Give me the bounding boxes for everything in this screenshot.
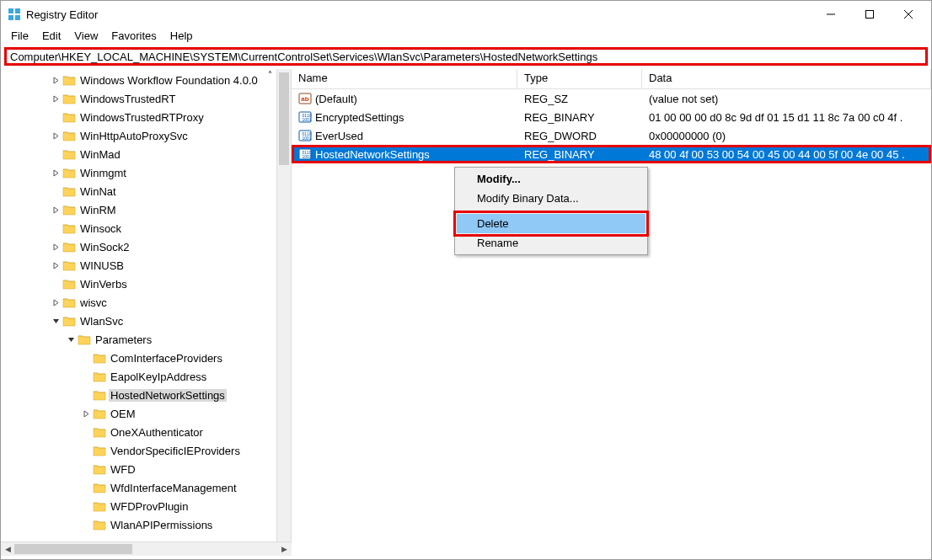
tree-item[interactable]: Windows Workflow Foundation 4.0.0: [1, 71, 291, 89]
binary-value-icon: 01101001: [298, 110, 312, 124]
svg-text:1001: 1001: [303, 136, 312, 141]
expand-icon[interactable]: [50, 299, 62, 307]
expand-icon[interactable]: [50, 169, 62, 177]
context-menu-delete[interactable]: Delete: [457, 214, 645, 233]
tree-item[interactable]: WfdInterfaceManagement: [1, 478, 291, 497]
expand-icon[interactable]: [50, 95, 62, 103]
tree-item[interactable]: Parameters: [1, 330, 291, 349]
tree-item-label: WinHttpAutoProxySvc: [78, 130, 190, 142]
tree-item-label: Winsock: [78, 222, 123, 235]
window-title: Registry Editor: [26, 8, 811, 21]
tree-item-label: WinMad: [78, 148, 122, 161]
column-data[interactable]: Data: [642, 69, 931, 88]
menu-help[interactable]: Help: [163, 28, 200, 44]
tree-item-label: WindowsTrustedRTProxy: [78, 111, 206, 124]
value-data: 01 00 00 00 d0 8c 9d df 01 15 d1 11 8c 7…: [642, 111, 931, 124]
tree-item[interactable]: WinVerbs: [1, 275, 291, 293]
value-row[interactable]: 01101001HostedNetworkSettingsREG_BINARY4…: [292, 145, 931, 163]
tree-item[interactable]: WinSock2: [1, 237, 291, 256]
tree-item-label: WinVerbs: [78, 278, 129, 291]
tree-item[interactable]: WINUSB: [1, 256, 291, 275]
tree-item-label: Parameters: [94, 333, 153, 346]
value-row[interactable]: 01101001EverUsedREG_DWORD0x00000000 (0): [292, 126, 931, 145]
address-bar[interactable]: [4, 47, 928, 66]
tree-item[interactable]: WinRM: [1, 200, 291, 219]
tree-panel: Windows Workflow Foundation 4.0.0 Window…: [1, 69, 292, 541]
expand-icon[interactable]: [50, 132, 62, 140]
tree-item[interactable]: ComInterfaceProviders: [1, 349, 291, 367]
tree-item[interactable]: VendorSpecificIEProviders: [1, 441, 291, 460]
context-menu-rename[interactable]: Rename: [457, 233, 645, 253]
menu-edit[interactable]: Edit: [35, 28, 67, 44]
tree-item[interactable]: OneXAuthenticator: [1, 423, 291, 441]
context-menu-modify-binary[interactable]: Modify Binary Data...: [457, 189, 645, 208]
svg-text:ab: ab: [301, 95, 308, 103]
value-type: REG_DWORD: [517, 130, 642, 142]
menu-favorites[interactable]: Favorites: [104, 28, 163, 44]
tree-item[interactable]: Winsock: [1, 219, 291, 237]
tree-item-label: ComInterfaceProviders: [109, 352, 224, 365]
value-name: EncryptedSettings: [315, 111, 404, 124]
tree-item[interactable]: WinHttpAutoProxySvc: [1, 126, 291, 145]
tree-item[interactable]: WlanSvc: [1, 312, 291, 330]
tree-item-label: WFD: [109, 463, 137, 476]
svg-text:1001: 1001: [303, 154, 312, 159]
collapse-icon[interactable]: [65, 336, 77, 344]
context-menu-modify[interactable]: Modify...: [457, 169, 645, 189]
string-value-icon: ab: [298, 92, 312, 105]
value-name: EverUsed: [315, 130, 363, 142]
expand-icon[interactable]: [50, 77, 62, 84]
svg-rect-3: [15, 15, 20, 20]
tree-item[interactable]: WFDProvPlugin: [1, 497, 291, 515]
tree-item[interactable]: EapolKeyIpAddress: [1, 367, 291, 386]
tree-item-label: WfdInterfaceManagement: [109, 482, 238, 494]
tree-item[interactable]: WinMad: [1, 145, 291, 163]
menu-bar: File Edit View Favorites Help: [1, 28, 931, 45]
close-button[interactable]: [889, 2, 928, 27]
tree-item[interactable]: OEM: [1, 404, 291, 423]
value-name: HostedNetworkSettings: [315, 148, 430, 161]
tree-item[interactable]: WFD: [1, 460, 291, 478]
context-menu-separator: [458, 211, 644, 211]
tree-item-label: OEM: [109, 408, 137, 420]
tree-item-label: Winmgmt: [78, 167, 128, 179]
expand-icon[interactable]: [50, 262, 62, 269]
app-icon: [8, 8, 21, 21]
tree-item-label: WlanAPIPermissions: [109, 519, 214, 531]
list-header: Name Type Data: [292, 69, 931, 89]
tree-item-label: WFDProvPlugin: [109, 500, 190, 513]
value-data: (value not set): [642, 93, 931, 105]
tree-item[interactable]: WindowsTrustedRT: [1, 89, 291, 108]
value-type: REG_BINARY: [517, 111, 642, 124]
maximize-button[interactable]: [850, 2, 889, 27]
tree-item-label: OneXAuthenticator: [109, 426, 205, 439]
tree-scrollbar-vertical[interactable]: [276, 69, 291, 541]
expand-icon[interactable]: [80, 410, 92, 418]
value-type: REG_SZ: [517, 93, 642, 105]
svg-rect-1: [15, 8, 20, 13]
tree-item-label: WindowsTrustedRT: [78, 93, 177, 105]
tree-item[interactable]: WlanAPIPermissions: [1, 515, 291, 534]
minimize-button[interactable]: [811, 2, 850, 27]
tree-item-label: EapolKeyIpAddress: [109, 371, 208, 383]
tree-item[interactable]: Winmgmt: [1, 163, 291, 182]
value-row[interactable]: 01101001EncryptedSettingsREG_BINARY01 00…: [292, 108, 931, 126]
value-row[interactable]: ab(Default)REG_SZ(value not set): [292, 89, 931, 108]
tree-scrollbar-horizontal[interactable]: ◀▶: [1, 541, 292, 556]
expand-icon[interactable]: [50, 206, 62, 214]
collapse-icon[interactable]: [50, 317, 62, 325]
tree-item[interactable]: WindowsTrustedRTProxy: [1, 108, 291, 126]
menu-file[interactable]: File: [4, 28, 35, 44]
tree-item[interactable]: WinNat: [1, 182, 291, 200]
value-type: REG_BINARY: [517, 148, 642, 161]
values-panel: Name Type Data ab(Default)REG_SZ(value n…: [292, 69, 931, 541]
column-name[interactable]: Name: [292, 69, 517, 88]
tree-item[interactable]: wisvc: [1, 293, 291, 312]
tree-item-label: VendorSpecificIEProviders: [109, 445, 242, 457]
menu-view[interactable]: View: [67, 28, 104, 44]
value-data: 48 00 4f 00 53 00 54 00 45 00 44 00 5f 0…: [642, 148, 931, 161]
tree-item-label: wisvc: [78, 296, 109, 309]
expand-icon[interactable]: [50, 243, 62, 251]
tree-item[interactable]: HostedNetworkSettings: [1, 386, 291, 404]
column-type[interactable]: Type: [517, 69, 642, 88]
